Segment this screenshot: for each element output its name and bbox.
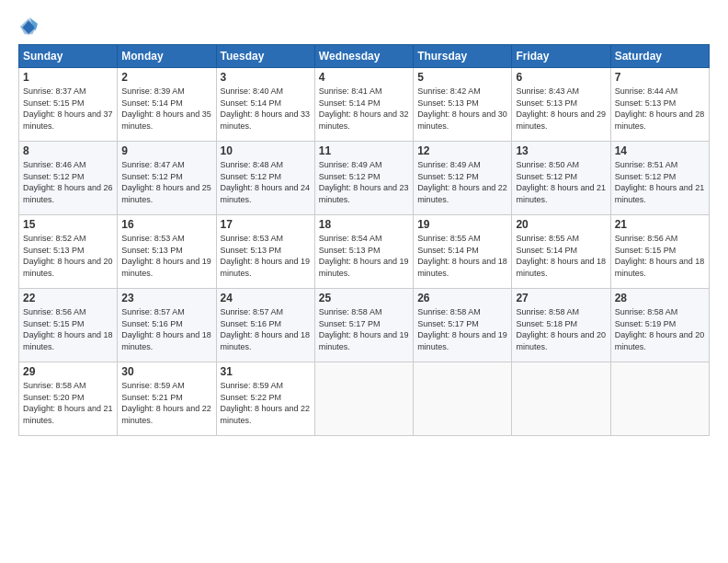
day-number: 6 xyxy=(516,71,606,84)
cell-text: Sunrise: 8:46 AMSunset: 5:12 PMDaylight:… xyxy=(23,160,113,204)
day-number: 15 xyxy=(23,218,113,231)
calendar-cell: 19Sunrise: 8:55 AMSunset: 5:14 PMDayligh… xyxy=(414,215,512,289)
day-number: 12 xyxy=(417,144,507,157)
day-number: 25 xyxy=(319,292,409,304)
cell-text: Sunrise: 8:41 AMSunset: 5:14 PMDaylight:… xyxy=(319,86,409,131)
calendar-cell: 29Sunrise: 8:58 AMSunset: 5:20 PMDayligh… xyxy=(19,362,118,436)
calendar-cell: 30Sunrise: 8:59 AMSunset: 5:21 PMDayligh… xyxy=(118,362,216,436)
calendar-cell: 9Sunrise: 8:47 AMSunset: 5:12 PMDaylight… xyxy=(118,142,216,215)
cell-text: Sunrise: 8:57 AMSunset: 5:16 PMDaylight:… xyxy=(221,307,311,351)
day-number: 16 xyxy=(121,218,211,231)
day-number: 11 xyxy=(319,144,409,157)
cell-text: Sunrise: 8:58 AMSunset: 5:17 PMDaylight:… xyxy=(417,307,507,351)
calendar-cell: 25Sunrise: 8:58 AMSunset: 5:17 PMDayligh… xyxy=(314,289,413,362)
cell-text: Sunrise: 8:58 AMSunset: 5:18 PMDaylight:… xyxy=(516,307,606,351)
day-number: 30 xyxy=(121,365,211,378)
page: SundayMondayTuesdayWednesdayThursdayFrid… xyxy=(0,0,728,563)
day-number: 1 xyxy=(23,71,113,84)
calendar-cell: 24Sunrise: 8:57 AMSunset: 5:16 PMDayligh… xyxy=(216,289,314,362)
cell-text: Sunrise: 8:48 AMSunset: 5:12 PMDaylight:… xyxy=(221,160,311,204)
calendar-cell: 12Sunrise: 8:49 AMSunset: 5:12 PMDayligh… xyxy=(414,142,512,215)
day-number: 24 xyxy=(221,292,311,304)
cell-text: Sunrise: 8:55 AMSunset: 5:14 PMDaylight:… xyxy=(417,234,507,278)
calendar-cell: 14Sunrise: 8:51 AMSunset: 5:12 PMDayligh… xyxy=(610,142,709,215)
day-number: 28 xyxy=(615,292,705,304)
calendar-cell: 6Sunrise: 8:43 AMSunset: 5:13 PMDaylight… xyxy=(512,68,610,142)
day-number: 26 xyxy=(417,292,507,304)
calendar-cell: 8Sunrise: 8:46 AMSunset: 5:12 PMDaylight… xyxy=(19,142,118,215)
header xyxy=(18,17,710,37)
weekday-monday: Monday xyxy=(118,45,216,68)
calendar-cell: 22Sunrise: 8:56 AMSunset: 5:15 PMDayligh… xyxy=(19,289,118,362)
calendar-cell xyxy=(414,362,512,436)
cell-text: Sunrise: 8:52 AMSunset: 5:13 PMDaylight:… xyxy=(23,234,113,278)
day-number: 29 xyxy=(23,365,113,378)
calendar-cell: 23Sunrise: 8:57 AMSunset: 5:16 PMDayligh… xyxy=(118,289,216,362)
day-number: 19 xyxy=(417,218,507,231)
calendar-cell: 2Sunrise: 8:39 AMSunset: 5:14 PMDaylight… xyxy=(118,68,216,142)
calendar-cell: 17Sunrise: 8:53 AMSunset: 5:13 PMDayligh… xyxy=(216,215,314,289)
day-number: 9 xyxy=(121,144,211,157)
calendar-body: 1Sunrise: 8:37 AMSunset: 5:15 PMDaylight… xyxy=(19,68,710,436)
cell-text: Sunrise: 8:53 AMSunset: 5:13 PMDaylight:… xyxy=(221,234,311,278)
day-number: 5 xyxy=(417,71,507,84)
cell-text: Sunrise: 8:53 AMSunset: 5:13 PMDaylight:… xyxy=(121,234,211,278)
cell-text: Sunrise: 8:43 AMSunset: 5:13 PMDaylight:… xyxy=(516,86,606,131)
calendar-cell: 10Sunrise: 8:48 AMSunset: 5:12 PMDayligh… xyxy=(216,142,314,215)
cell-text: Sunrise: 8:51 AMSunset: 5:12 PMDaylight:… xyxy=(615,160,705,204)
cell-text: Sunrise: 8:49 AMSunset: 5:12 PMDaylight:… xyxy=(319,160,409,204)
weekday-friday: Friday xyxy=(512,45,610,68)
day-number: 20 xyxy=(516,218,606,231)
week-row-5: 29Sunrise: 8:58 AMSunset: 5:20 PMDayligh… xyxy=(19,362,710,436)
cell-text: Sunrise: 8:55 AMSunset: 5:14 PMDaylight:… xyxy=(516,234,606,278)
calendar-cell: 5Sunrise: 8:42 AMSunset: 5:13 PMDaylight… xyxy=(414,68,512,142)
calendar-cell: 7Sunrise: 8:44 AMSunset: 5:13 PMDaylight… xyxy=(610,68,709,142)
day-number: 2 xyxy=(121,71,211,84)
day-number: 21 xyxy=(615,218,705,231)
cell-text: Sunrise: 8:47 AMSunset: 5:12 PMDaylight:… xyxy=(121,160,211,204)
cell-text: Sunrise: 8:58 AMSunset: 5:20 PMDaylight:… xyxy=(23,381,113,425)
calendar-cell xyxy=(512,362,610,436)
cell-text: Sunrise: 8:42 AMSunset: 5:13 PMDaylight:… xyxy=(417,86,507,131)
weekday-thursday: Thursday xyxy=(414,45,512,68)
day-number: 18 xyxy=(319,218,409,231)
cell-text: Sunrise: 8:58 AMSunset: 5:19 PMDaylight:… xyxy=(615,307,705,351)
day-number: 22 xyxy=(23,292,113,304)
cell-text: Sunrise: 8:40 AMSunset: 5:14 PMDaylight:… xyxy=(221,86,311,131)
calendar-header: SundayMondayTuesdayWednesdayThursdayFrid… xyxy=(19,45,710,68)
calendar-cell: 31Sunrise: 8:59 AMSunset: 5:22 PMDayligh… xyxy=(216,362,314,436)
day-number: 8 xyxy=(23,144,113,157)
day-number: 10 xyxy=(221,144,311,157)
day-number: 14 xyxy=(615,144,705,157)
weekday-sunday: Sunday xyxy=(19,45,118,68)
weekday-tuesday: Tuesday xyxy=(216,45,314,68)
cell-text: Sunrise: 8:54 AMSunset: 5:13 PMDaylight:… xyxy=(319,234,409,278)
calendar-cell: 4Sunrise: 8:41 AMSunset: 5:14 PMDaylight… xyxy=(314,68,413,142)
cell-text: Sunrise: 8:59 AMSunset: 5:22 PMDaylight:… xyxy=(221,381,311,425)
calendar-cell: 15Sunrise: 8:52 AMSunset: 5:13 PMDayligh… xyxy=(19,215,118,289)
cell-text: Sunrise: 8:44 AMSunset: 5:13 PMDaylight:… xyxy=(615,86,705,131)
week-row-4: 22Sunrise: 8:56 AMSunset: 5:15 PMDayligh… xyxy=(19,289,710,362)
day-number: 13 xyxy=(516,144,606,157)
cell-text: Sunrise: 8:39 AMSunset: 5:14 PMDaylight:… xyxy=(121,86,211,131)
calendar-cell: 3Sunrise: 8:40 AMSunset: 5:14 PMDaylight… xyxy=(216,68,314,142)
calendar-cell: 27Sunrise: 8:58 AMSunset: 5:18 PMDayligh… xyxy=(512,289,610,362)
calendar-cell xyxy=(314,362,413,436)
cell-text: Sunrise: 8:56 AMSunset: 5:15 PMDaylight:… xyxy=(23,307,113,351)
weekday-saturday: Saturday xyxy=(610,45,709,68)
day-number: 7 xyxy=(615,71,705,84)
day-number: 31 xyxy=(221,365,311,378)
calendar-cell: 1Sunrise: 8:37 AMSunset: 5:15 PMDaylight… xyxy=(19,68,118,142)
calendar: SundayMondayTuesdayWednesdayThursdayFrid… xyxy=(18,44,710,436)
day-number: 4 xyxy=(319,71,409,84)
cell-text: Sunrise: 8:37 AMSunset: 5:15 PMDaylight:… xyxy=(23,86,113,131)
cell-text: Sunrise: 8:56 AMSunset: 5:15 PMDaylight:… xyxy=(615,234,705,278)
calendar-cell: 20Sunrise: 8:55 AMSunset: 5:14 PMDayligh… xyxy=(512,215,610,289)
logo-icon xyxy=(18,17,39,37)
cell-text: Sunrise: 8:50 AMSunset: 5:12 PMDaylight:… xyxy=(516,160,606,204)
week-row-3: 15Sunrise: 8:52 AMSunset: 5:13 PMDayligh… xyxy=(19,215,710,289)
day-number: 23 xyxy=(121,292,211,304)
calendar-cell: 13Sunrise: 8:50 AMSunset: 5:12 PMDayligh… xyxy=(512,142,610,215)
day-number: 3 xyxy=(221,71,311,84)
calendar-cell: 16Sunrise: 8:53 AMSunset: 5:13 PMDayligh… xyxy=(118,215,216,289)
